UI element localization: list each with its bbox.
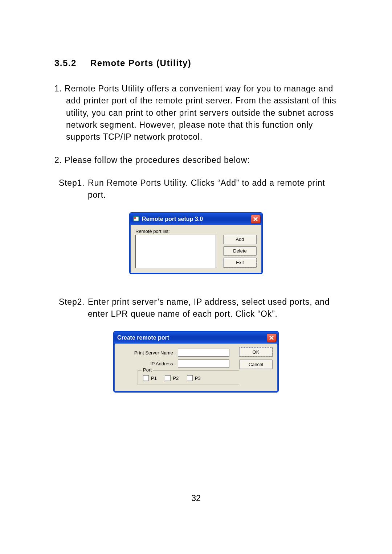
step1-text: Run Remote Ports Utility. Clicks “Add” t… bbox=[88, 178, 325, 200]
dialog2-title: Create remote port bbox=[117, 335, 169, 341]
port-fieldset: Port P1 P2 P3 bbox=[138, 370, 239, 385]
page-number: 32 bbox=[0, 493, 392, 503]
document-page: 3.5.2Remote Ports (Utility) 1. Remote Po… bbox=[0, 0, 392, 554]
dialog1-titlebar: Remote port setup 3.0 bbox=[130, 213, 262, 225]
ip-address-input[interactable] bbox=[178, 360, 229, 368]
p1-label: P1 bbox=[151, 376, 157, 381]
ok-button[interactable]: OK bbox=[239, 347, 273, 357]
dialog2-body: Print Server Name : IP Address : Port P1… bbox=[114, 344, 278, 391]
p2-checkbox[interactable] bbox=[165, 375, 171, 381]
close-icon bbox=[253, 217, 258, 222]
close-icon bbox=[269, 335, 274, 340]
p2-label: P2 bbox=[173, 376, 179, 381]
dialog1-title: Remote port setup 3.0 bbox=[142, 216, 203, 222]
paragraph-1: 1. Remote Ports Utility offers a conveni… bbox=[54, 83, 338, 143]
server-name-label: Print Server Name : bbox=[119, 350, 176, 356]
exit-button[interactable]: Exit bbox=[223, 258, 257, 267]
ip-address-label: IP Address : bbox=[119, 361, 176, 366]
step1-label: Step1. bbox=[59, 177, 88, 189]
p1-checkbox[interactable] bbox=[143, 375, 149, 381]
port-legend: Port bbox=[142, 367, 153, 373]
cancel-button[interactable]: Cancel bbox=[239, 360, 273, 369]
remote-port-list-label: Remote port list: bbox=[135, 229, 257, 234]
step2: Step2.Enter print server’s name, IP addr… bbox=[54, 296, 338, 320]
close-button[interactable] bbox=[251, 215, 260, 223]
step2-text: Enter print server’s name, IP address, s… bbox=[88, 297, 330, 319]
remote-port-setup-dialog: Remote port setup 3.0 Remote port list: … bbox=[129, 212, 263, 274]
close-button[interactable] bbox=[267, 333, 276, 342]
create-remote-port-dialog: Create remote port Print Server Name : I… bbox=[113, 331, 279, 393]
section-title: Remote Ports (Utility) bbox=[90, 58, 191, 68]
step1: Step1.Run Remote Ports Utility. Clicks “… bbox=[54, 177, 338, 201]
svg-rect-1 bbox=[134, 217, 136, 219]
dialog1-body: Remote port list: Add Delete Exit bbox=[130, 225, 262, 273]
p3-checkbox[interactable] bbox=[187, 375, 193, 381]
step2-label: Step2. bbox=[59, 296, 88, 308]
p3-label: P3 bbox=[195, 376, 201, 381]
paragraph-2: 2. Please follow the procedures describe… bbox=[54, 154, 338, 166]
remote-port-listbox[interactable] bbox=[135, 235, 216, 268]
section-heading: 3.5.2Remote Ports (Utility) bbox=[54, 58, 338, 68]
section-number: 3.5.2 bbox=[54, 58, 77, 68]
server-name-input[interactable] bbox=[178, 349, 229, 357]
delete-button[interactable]: Delete bbox=[223, 246, 257, 256]
add-button[interactable]: Add bbox=[223, 235, 257, 244]
app-icon bbox=[133, 216, 140, 222]
dialog2-titlebar: Create remote port bbox=[114, 332, 278, 344]
